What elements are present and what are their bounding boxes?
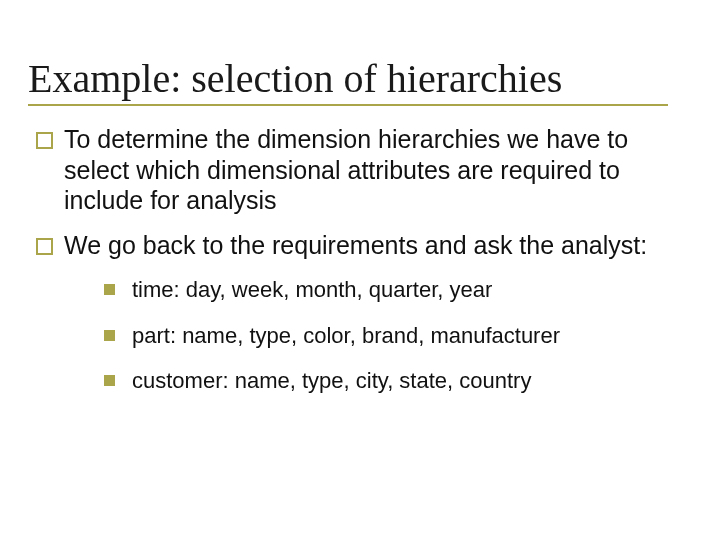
list-item: part: name, type, color, brand, manufact…: [104, 322, 692, 350]
bullet-text: customer: name, type, city, state, count…: [132, 368, 531, 393]
list-item: customer: name, type, city, state, count…: [104, 367, 692, 395]
bullet-list-level1: To determine the dimension hierarchies w…: [28, 124, 692, 395]
slide-title: Example: selection of hierarchies: [28, 55, 668, 106]
bullet-list-level2: time: day, week, month, quarter, year pa…: [64, 276, 692, 395]
slide: Example: selection of hierarchies To det…: [0, 0, 720, 395]
list-item: To determine the dimension hierarchies w…: [32, 124, 692, 216]
list-item: time: day, week, month, quarter, year: [104, 276, 692, 304]
bullet-text: part: name, type, color, brand, manufact…: [132, 323, 560, 348]
list-item: We go back to the requirements and ask t…: [32, 230, 692, 395]
bullet-text: time: day, week, month, quarter, year: [132, 277, 492, 302]
bullet-text: To determine the dimension hierarchies w…: [64, 125, 628, 214]
bullet-text: We go back to the requirements and ask t…: [64, 231, 647, 259]
